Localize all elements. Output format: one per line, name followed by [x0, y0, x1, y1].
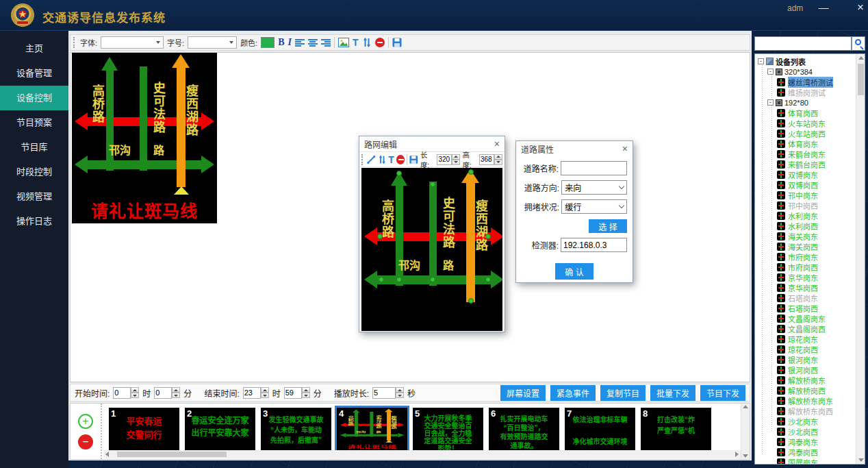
length-input[interactable]: [437, 154, 452, 165]
device-item-解放桥东岗东[interactable]: 解放桥东岗东: [758, 395, 856, 406]
end-hour-input[interactable]: [243, 387, 261, 399]
close-icon[interactable]: ×: [494, 138, 500, 149]
tree-group-192*80[interactable]: -192*80: [758, 97, 856, 108]
device-item-海关岗西[interactable]: 海关岗西: [758, 241, 856, 251]
delete-icon[interactable]: [396, 155, 405, 164]
align-center-icon[interactable]: [308, 39, 318, 47]
device-item-石塔岗西[interactable]: 石塔岗西: [758, 303, 856, 313]
start-minute-input[interactable]: [154, 387, 172, 399]
image-icon[interactable]: [338, 38, 349, 47]
action-button-复制节目[interactable]: 复制节目: [600, 385, 646, 401]
device-item-京华岗西[interactable]: 京华岗西: [758, 282, 856, 293]
save-icon[interactable]: [409, 155, 418, 164]
height-down[interactable]: [494, 160, 502, 165]
align-right-icon[interactable]: [321, 39, 331, 47]
device-item-体育岗西[interactable]: 体育岗西: [758, 108, 856, 118]
start-minute-up[interactable]: [172, 387, 180, 393]
device-item-市府岗西[interactable]: 市府岗西: [758, 262, 856, 272]
size-select[interactable]: [188, 36, 237, 49]
collapse-icon[interactable]: -: [758, 58, 764, 64]
scroll-left-icon[interactable]: [105, 452, 109, 457]
font-select[interactable]: [101, 36, 164, 49]
node-handle[interactable]: [485, 277, 491, 282]
confirm-button[interactable]: 确 认: [555, 263, 593, 280]
road-direction-select[interactable]: 来向: [561, 180, 627, 195]
device-item-邗中岗东[interactable]: 邗中岗东: [758, 190, 856, 200]
close-icon[interactable]: ×: [622, 143, 628, 154]
duration-input[interactable]: [372, 387, 396, 399]
congestion-select[interactable]: 缓行: [561, 199, 627, 214]
sidebar-item-时段控制[interactable]: 时段控制: [0, 160, 68, 184]
device-item-京华岗东[interactable]: 京华岗东: [758, 272, 856, 282]
end-minute-input[interactable]: [284, 387, 302, 399]
action-button-紧急事件[interactable]: 紧急事件: [550, 385, 596, 401]
program-thumb-6[interactable]: 6扎实开展电动车“百日整治”，有效预防道路交通事故。: [489, 408, 559, 450]
duration-up[interactable]: [396, 387, 404, 393]
start-hour-up[interactable]: [131, 387, 139, 393]
action-button-批量下发[interactable]: 批量下发: [650, 385, 695, 401]
device-item-水利岗东[interactable]: 水利岗东: [758, 210, 856, 221]
node-handle[interactable]: [485, 234, 491, 239]
close-icon[interactable]: ×: [853, 1, 868, 14]
device-item-文昌阁岗西[interactable]: 文昌阁岗西: [758, 323, 856, 334]
height-up[interactable]: [494, 154, 502, 160]
duration-down[interactable]: [396, 393, 404, 398]
sidebar-item-视频管理[interactable]: 视频管理: [0, 184, 68, 209]
collapse-icon[interactable]: -: [767, 69, 774, 75]
save-icon[interactable]: [392, 38, 402, 47]
device-item-来鹤台岗东[interactable]: 来鹤台岗东: [758, 149, 856, 159]
node-handle[interactable]: [468, 298, 474, 304]
road-network-icon[interactable]: [362, 38, 372, 47]
sidebar-item-节目预案[interactable]: 节目预案: [0, 110, 68, 135]
device-item-市府岗东[interactable]: 市府岗东: [758, 251, 856, 262]
text-tool-button[interactable]: T: [388, 154, 394, 165]
node-handle[interactable]: [430, 277, 435, 282]
program-thumb-1[interactable]: 1平安春运交警同行: [109, 408, 179, 450]
end-minute-up[interactable]: [302, 387, 310, 393]
device-item-鸿泰岗西[interactable]: 鸿泰岗西: [758, 447, 856, 457]
device-item-银河岗西[interactable]: 银河岗西: [758, 365, 856, 375]
device-item-解放桥岗东[interactable]: 解放桥岗东: [758, 375, 856, 385]
length-up[interactable]: [452, 154, 460, 160]
length-down[interactable]: [452, 160, 460, 165]
sidebar-item-设备管理[interactable]: 设备管理: [0, 61, 68, 86]
node-handle[interactable]: [430, 182, 435, 187]
device-item-琼花岗西[interactable]: 琼花岗西: [758, 344, 856, 354]
device-item-螺丝湾桥测试[interactable]: 螺丝湾桥测试: [758, 77, 856, 87]
program-thumb-4[interactable]: 4高桥路史可法路瘦西湖路邗沟路请礼让斑马线: [337, 408, 407, 450]
remove-program-button[interactable]: −: [78, 434, 93, 449]
program-thumb-8[interactable]: 8打击改装“炸严查严惩“机: [641, 408, 711, 450]
sidebar-item-设备控制[interactable]: 设备控制: [0, 86, 68, 110]
end-minute-down[interactable]: [302, 393, 310, 398]
program-thumb-3[interactable]: 3发生轻微交通事故“人未伤，车能动先拍照，后撤离”: [261, 408, 331, 450]
device-item-海关岗东[interactable]: 海关岗东: [758, 231, 856, 241]
device-item-来鹤台岗西[interactable]: 来鹤台岗西: [758, 159, 856, 169]
device-item-双博岗西[interactable]: 双博岗西: [758, 180, 856, 190]
scroll-down-icon[interactable]: [743, 454, 748, 458]
end-hour-up[interactable]: [261, 387, 269, 393]
device-item-鸿泰岗东[interactable]: 鸿泰岗东: [758, 436, 856, 447]
device-item-文昌阁岗东[interactable]: 文昌阁岗东: [758, 313, 856, 323]
detector-input[interactable]: [561, 238, 627, 252]
height-input[interactable]: [479, 154, 494, 165]
program-thumb-2[interactable]: 2春运安全连万家出行平安靠大家: [185, 408, 255, 450]
device-item-银河岗东[interactable]: 银河岗东: [758, 354, 856, 365]
scrollbar-thumb[interactable]: [117, 452, 227, 457]
device-item-解放桥东岗西[interactable]: 解放桥东岗西: [758, 406, 856, 416]
program-horizontal-scrollbar[interactable]: [103, 450, 741, 458]
start-minute-down[interactable]: [172, 393, 180, 398]
start-hour-input[interactable]: [113, 387, 131, 399]
device-item-石塔岗东[interactable]: 石塔岗东: [758, 293, 856, 303]
tree-scrollbar[interactable]: [856, 54, 865, 464]
device-item-邗中岗西[interactable]: 邗中岗西: [758, 200, 856, 210]
node-handle[interactable]: [379, 277, 384, 282]
italic-button[interactable]: I: [288, 37, 292, 48]
device-item-双博岗东[interactable]: 双博岗东: [758, 169, 856, 180]
scrollbar-thumb[interactable]: [858, 64, 864, 95]
color-swatch[interactable]: [261, 37, 275, 48]
device-item-火车站岗西[interactable]: 火车站岗西: [758, 128, 856, 138]
start-hour-down[interactable]: [131, 393, 139, 398]
tree-group-320*384[interactable]: -320*384: [758, 66, 856, 77]
select-button[interactable]: 选 择: [589, 219, 627, 233]
scroll-down-icon[interactable]: [858, 458, 864, 462]
